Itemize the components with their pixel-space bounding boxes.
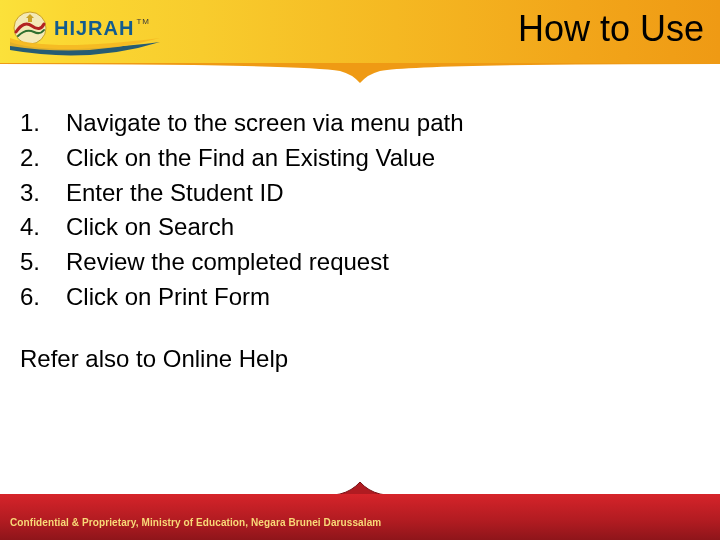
step-text: Review the completed request — [66, 245, 389, 280]
step-text: Click on the Find an Existing Value — [66, 141, 435, 176]
step-text: Enter the Student ID — [66, 176, 283, 211]
brand-trademark: TM — [136, 17, 150, 26]
list-item: 6. Click on Print Form — [20, 280, 700, 315]
list-item: 4. Click on Search — [20, 210, 700, 245]
slide-title: How to Use — [518, 8, 704, 50]
step-number: 2. — [20, 141, 66, 176]
brand-swoosh-icon — [10, 36, 160, 58]
list-item: 5. Review the completed request — [20, 245, 700, 280]
steps-list: 1. Navigate to the screen via menu path … — [20, 106, 700, 315]
footer-confidential-text: Confidential & Proprietary, Ministry of … — [10, 517, 381, 528]
list-item: 2. Click on the Find an Existing Value — [20, 141, 700, 176]
step-number: 3. — [20, 176, 66, 211]
step-number: 1. — [20, 106, 66, 141]
slide-footer: Confidential & Proprietary, Ministry of … — [0, 482, 720, 540]
slide-body: 1. Navigate to the screen via menu path … — [0, 64, 720, 373]
list-item: 3. Enter the Student ID — [20, 176, 700, 211]
step-number: 6. — [20, 280, 66, 315]
step-text: Click on Search — [66, 210, 234, 245]
step-number: 5. — [20, 245, 66, 280]
more-info-text: Refer also to Online Help — [20, 345, 700, 373]
list-item: 1. Navigate to the screen via menu path — [20, 106, 700, 141]
slide-header: HIJRAHTM How to Use — [0, 0, 720, 64]
step-text: Click on Print Form — [66, 280, 270, 315]
step-text: Navigate to the screen via menu path — [66, 106, 464, 141]
step-number: 4. — [20, 210, 66, 245]
